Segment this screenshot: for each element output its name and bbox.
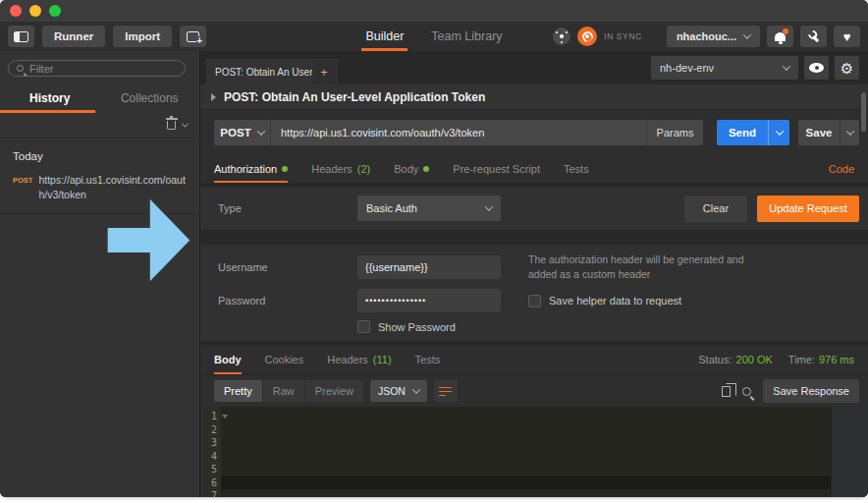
zoom-window-button[interactable] [49, 5, 61, 17]
trash-icon[interactable] [167, 121, 176, 130]
url-input[interactable] [271, 120, 646, 145]
import-button[interactable]: Import [113, 26, 172, 47]
auth-helper-note: The authorization header will be generat… [528, 252, 762, 281]
request-title-row[interactable]: POST: Obtain An User-Level Application T… [200, 84, 868, 110]
response-tab-body[interactable]: Body [214, 346, 242, 374]
line-number: 4 [200, 450, 217, 464]
top-right-cluster: IN SYNC nhachouc... ♥ [553, 26, 860, 47]
chevron-down-icon[interactable] [182, 121, 189, 128]
history-item[interactable]: POST https://api.us1.covisint.com/oauth/… [0, 168, 199, 214]
green-dot-icon [282, 166, 288, 172]
environment-select[interactable]: nh-dev-env [651, 56, 798, 80]
sidebar-tabs: History Collections [0, 85, 199, 111]
params-button[interactable]: Params [646, 120, 703, 145]
tab-pre-request-script[interactable]: Pre-request Script [453, 154, 540, 183]
sync-button[interactable] [577, 27, 597, 46]
show-password-checkbox[interactable] [357, 320, 370, 333]
response-tab-headers-label: Headers [327, 354, 368, 365]
response-tab-headers[interactable]: Headers (11) [327, 346, 391, 374]
username-input[interactable] [357, 255, 501, 279]
send-button[interactable]: Send [717, 120, 768, 145]
time-label: Time: [788, 354, 815, 365]
line-number: 7 [200, 489, 217, 497]
gear-icon: ⚙ [841, 61, 853, 76]
save-helper-group: Save helper data to request [528, 295, 681, 307]
tab-builder[interactable]: Builder [365, 22, 404, 51]
response-tab-tests[interactable]: Tests [415, 346, 441, 374]
copy-icon[interactable] [722, 386, 731, 397]
response-tab-cookies[interactable]: Cookies [265, 346, 304, 374]
type-label: Type [218, 202, 357, 214]
tab-collections[interactable]: Collections [100, 85, 200, 111]
collapse-arrow-icon [211, 93, 216, 101]
send-button-group: Send [717, 120, 789, 145]
new-request-tab-button[interactable]: + [312, 60, 336, 84]
history-section-label: Today [0, 139, 199, 168]
view-mode-raw[interactable]: Raw [262, 380, 304, 402]
environment-preview-button[interactable] [804, 56, 829, 80]
favorites-button[interactable]: ♥ [834, 26, 860, 47]
method-value: POST [220, 127, 250, 139]
wrench-icon [804, 28, 822, 45]
eye-icon [809, 63, 824, 73]
scrollbar-thumb[interactable] [861, 92, 866, 132]
save-button[interactable]: Save [798, 120, 840, 145]
tab-authorization-label: Authorization [214, 163, 277, 175]
clear-button[interactable]: Clear [684, 196, 747, 222]
interceptor-button[interactable] [553, 28, 570, 45]
save-response-button[interactable]: Save Response [763, 379, 859, 403]
notifications-button[interactable] [767, 26, 793, 47]
chevron-down-icon [256, 127, 264, 135]
save-helper-label: Save helper data to request [549, 295, 681, 307]
tab-authorization[interactable]: Authorization [214, 154, 288, 183]
filter-input[interactable] [29, 63, 177, 75]
environment-name: nh-dev-env [660, 62, 714, 74]
url-bar: POST Params Send Save [200, 110, 868, 154]
settings-button[interactable] [800, 26, 827, 47]
minimize-window-button[interactable] [29, 5, 41, 17]
search-response-icon[interactable] [742, 387, 751, 396]
auth-type-select[interactable]: Basic Auth [357, 196, 501, 221]
password-input[interactable] [357, 289, 501, 312]
close-window-button[interactable] [10, 5, 22, 17]
update-request-button[interactable]: Update Request [757, 196, 859, 222]
response-headers-count-badge: (11) [373, 354, 392, 365]
code-link[interactable]: Code [829, 163, 854, 175]
view-mode-pretty[interactable]: Pretty [214, 380, 262, 402]
save-helper-checkbox[interactable] [528, 295, 541, 307]
editor-line-numbers: 1 2 3 4 5 6 7 [200, 407, 221, 497]
user-menu-button[interactable]: nhachouc... [667, 26, 760, 47]
fold-caret-icon[interactable] [222, 415, 228, 419]
line-number: 6 [200, 476, 217, 490]
user-name: nhachouc... [677, 30, 736, 42]
send-options-button[interactable] [768, 120, 789, 145]
tab-history[interactable]: History [0, 85, 100, 111]
headers-count-badge: (2) [357, 163, 370, 175]
history-item-url: https://api.us1.covisint.com/oauth/v3/to… [38, 173, 190, 202]
editor-scrollbar-track[interactable] [831, 407, 868, 497]
titlebar [0, 0, 868, 22]
chevron-down-icon [845, 127, 853, 135]
chevron-down-icon [775, 127, 783, 135]
response-format-select[interactable]: JSON [370, 380, 427, 402]
tab-body[interactable]: Body [394, 154, 429, 183]
notification-dot [783, 28, 788, 34]
save-options-button[interactable] [840, 120, 859, 145]
method-select[interactable]: POST [214, 120, 271, 145]
tab-headers[interactable]: Headers (2) [311, 154, 370, 183]
response-tabs: Body Cookies Headers (11) Tests Status: … [200, 345, 868, 374]
environment-settings-button[interactable]: ⚙ [835, 56, 859, 80]
sidebar-toggle-button[interactable] [8, 26, 34, 47]
wrap-text-button[interactable] [434, 380, 458, 402]
response-body-editor[interactable]: 1 2 3 4 5 6 7 [200, 407, 868, 497]
tab-team-library[interactable]: Team Library [431, 22, 502, 51]
new-window-button[interactable]: + [180, 26, 206, 47]
tab-tests[interactable]: Tests [564, 154, 589, 183]
runner-button[interactable]: Runner [42, 26, 105, 47]
tab-headers-label: Headers [311, 163, 353, 175]
auth-type-row: Type Basic Auth Clear Update Request [200, 187, 868, 230]
auth-details-panel: Username The authorization header will b… [200, 245, 868, 341]
view-mode-preview[interactable]: Preview [304, 380, 363, 402]
search-icon [17, 65, 24, 72]
response-toolbar: Pretty Raw Preview JSON Save Response [200, 374, 868, 407]
